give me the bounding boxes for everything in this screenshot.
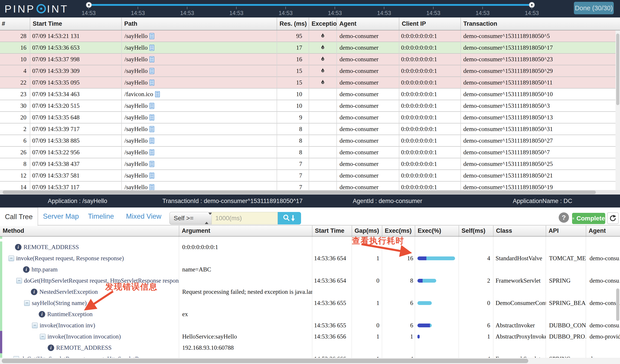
transaction-detail-icon[interactable] bbox=[150, 33, 154, 39]
call-tree-row[interactable]: −sayHello(String name)14:53:36 655160Dem… bbox=[0, 297, 620, 308]
transaction-row[interactable]: 1207/09 14:53:37 581/sayHello7demo-consu… bbox=[0, 170, 620, 182]
transaction-detail-icon[interactable] bbox=[150, 103, 154, 109]
collapse-icon[interactable]: − bbox=[9, 256, 14, 261]
txn-cell-start_time: 07/09 14:53:22 956 bbox=[30, 147, 122, 158]
tab-call-tree[interactable]: Call Tree bbox=[0, 207, 38, 226]
transaction-row[interactable]: 407/09 14:53:39 309/sayHello15demo-consu… bbox=[0, 65, 620, 77]
transaction-hscrollbar-thumb[interactable] bbox=[3, 190, 596, 194]
transaction-detail-icon[interactable] bbox=[150, 138, 154, 144]
txn-column-header-start_time[interactable]: Start Time bbox=[30, 18, 122, 30]
call-tree-row[interactable]: −doGet(HttpServletRequest request, HttpS… bbox=[0, 275, 620, 286]
collapse-icon[interactable]: − bbox=[40, 334, 46, 339]
ct-column-header-method[interactable]: Method bbox=[0, 226, 179, 236]
transaction-detail-icon[interactable] bbox=[150, 56, 154, 62]
complete-button[interactable]: Complete bbox=[572, 213, 605, 224]
txn-cell-agent: demo-consumer bbox=[337, 100, 399, 111]
txn-column-header-client_ip[interactable]: Client IP bbox=[399, 18, 461, 30]
tab-server-map[interactable]: Server Map bbox=[43, 207, 79, 225]
ct-cell-argument: 192.168.93.10:60788 bbox=[179, 342, 312, 353]
transaction-row[interactable]: 2607/09 14:53:22 956/sayHello8demo-consu… bbox=[0, 147, 620, 158]
call-tree-row[interactable]: iNestedServletExceptionRequest processin… bbox=[0, 286, 620, 297]
transaction-row[interactable]: 2207/09 14:53:35 095/sayHello15demo-cons… bbox=[0, 77, 620, 88]
transaction-row[interactable]: 2307/09 14:53:34 463/favicon.ico10demo-c… bbox=[0, 88, 620, 100]
call-tree-row[interactable]: ihttp.paramname=ABC bbox=[0, 264, 620, 275]
call-tree-row[interactable]: −invoke(Invocation inv)14:53:36 655066Ab… bbox=[0, 320, 620, 331]
transaction-detail-icon[interactable] bbox=[150, 68, 154, 74]
call-tree-row[interactable]: iREMOTE_ADDRESS0:0:0:0:0:0:0:1 bbox=[0, 241, 620, 253]
transaction-row[interactable]: 607/09 14:53:38 885/sayHello8demo-consum… bbox=[0, 135, 620, 147]
transaction-row[interactable]: 1007/09 14:53:37 998/sayHello16demo-cons… bbox=[0, 54, 620, 65]
transaction-table-body: 2807/09 14:53:21 131/sayHello95demo-cons… bbox=[0, 30, 620, 190]
ct-cell-exec bbox=[382, 308, 415, 320]
transaction-row[interactable]: 1607/09 14:53:36 653/sayHello17demo-cons… bbox=[0, 42, 620, 54]
info-icon: i bbox=[15, 244, 21, 250]
ct-cell-self bbox=[459, 241, 493, 253]
txn-cell-client_ip: 0:0:0:0:0:0:0:1 bbox=[399, 170, 461, 181]
call-tree-row[interactable]: −invoke(Request request, Response respon… bbox=[0, 253, 620, 264]
filter-select[interactable]: Self >= bbox=[170, 212, 212, 224]
done-button[interactable]: Done (30/30) bbox=[574, 2, 614, 14]
transaction-detail-icon[interactable] bbox=[150, 115, 154, 120]
call-tree-row[interactable]: −doGet(HttpServletRequest request, HttpS… bbox=[0, 353, 620, 358]
call-tree-row[interactable]: iRuntimeExceptionex bbox=[0, 308, 620, 320]
transaction-vscrollbar-thumb[interactable] bbox=[616, 33, 619, 105]
txn-column-header-res[interactable]: Res. (ms)↓ bbox=[277, 18, 309, 30]
transaction-detail-icon[interactable] bbox=[150, 184, 154, 190]
filter-threshold-input[interactable] bbox=[212, 212, 278, 224]
transaction-detail-icon[interactable] bbox=[150, 80, 154, 86]
txn-column-header-agent[interactable]: Agent bbox=[337, 18, 399, 30]
column-divider bbox=[459, 226, 459, 236]
collapse-icon[interactable]: − bbox=[24, 300, 30, 306]
txn-column-header-exception[interactable]: Exception bbox=[309, 18, 337, 30]
ct-column-header-api[interactable]: API bbox=[546, 226, 586, 236]
ct-column-header-self[interactable]: Self(ms) bbox=[459, 226, 493, 236]
ct-column-header-argument[interactable]: Argument bbox=[179, 226, 312, 236]
transaction-row[interactable]: 207/09 14:53:39 717/sayHello8demo-consum… bbox=[0, 123, 620, 135]
transaction-detail-icon[interactable] bbox=[150, 126, 154, 132]
ct-cell-self bbox=[459, 286, 493, 297]
collapse-icon[interactable]: − bbox=[16, 278, 22, 284]
transaction-detail-icon[interactable] bbox=[150, 149, 154, 155]
transaction-detail-icon[interactable] bbox=[155, 91, 160, 97]
transaction-row[interactable]: 807/09 14:53:38 437/sayHello7demo-consum… bbox=[0, 158, 620, 170]
timeline-track[interactable] bbox=[89, 4, 532, 6]
call-tree-row[interactable]: iREMOTE_ADDRESS192.168.93.10:60788 bbox=[0, 342, 620, 353]
transaction-row[interactable]: 2007/09 14:53:35 648/sayHello9demo-consu… bbox=[0, 112, 620, 123]
open-in-new-window-button[interactable] bbox=[607, 212, 619, 224]
transaction-detail-icon[interactable] bbox=[150, 161, 154, 167]
help-icon[interactable]: ? bbox=[559, 212, 569, 223]
txn-column-header-path[interactable]: Path bbox=[122, 18, 277, 30]
transaction-row[interactable]: 2807/09 14:53:21 131/sayHello95demo-cons… bbox=[0, 30, 620, 42]
ct-cell-agent: demo-consu… bbox=[586, 297, 620, 308]
txn-column-header-transaction[interactable]: Transaction bbox=[461, 18, 620, 30]
ct-cell-argument: 0:0:0:0:0:0:0:1 bbox=[179, 241, 312, 253]
transaction-row[interactable]: 1407/09 14:53:37 117/sayHello7demo-consu… bbox=[0, 182, 620, 190]
transaction-hscrollbar[interactable] bbox=[0, 190, 620, 194]
info-icon: i bbox=[39, 311, 45, 318]
call-tree-hscrollbar[interactable] bbox=[0, 358, 620, 364]
transaction-row[interactable]: 3007/09 14:53:20 515/sayHello10demo-cons… bbox=[0, 100, 620, 112]
ct-column-header-start_time[interactable]: Start Time bbox=[312, 226, 352, 236]
ct-column-header-gap[interactable]: Gap(ms) bbox=[352, 226, 382, 236]
ct-column-header-exec[interactable]: Exec(ms) bbox=[382, 226, 415, 236]
ct-cell-self bbox=[459, 236, 493, 239]
call-tree-vscrollbar-thumb[interactable] bbox=[616, 289, 619, 321]
filter-search-button[interactable] bbox=[278, 212, 301, 224]
collapse-icon[interactable]: − bbox=[14, 356, 19, 358]
call-tree-row[interactable]: ihttp.status.code200 bbox=[0, 236, 620, 239]
call-tree-hscrollbar-thumb[interactable] bbox=[2, 359, 528, 363]
collapse-icon[interactable]: − bbox=[32, 323, 38, 328]
tab-timeline[interactable]: Timeline bbox=[88, 207, 114, 225]
txn-column-header-num[interactable]: # bbox=[0, 18, 30, 30]
call-tree-row[interactable]: −invoke(Invocation invocation)HelloServi… bbox=[0, 331, 620, 342]
ct-column-header-exec_bar[interactable]: Exec(%) bbox=[415, 226, 459, 236]
txn-cell-transaction: demo-consumer^1531118918050^13 bbox=[461, 112, 620, 123]
ct-column-header-agent[interactable]: Agent bbox=[586, 226, 620, 236]
tab-mixed-view[interactable]: Mixed View bbox=[126, 207, 161, 225]
transaction-detail-icon[interactable] bbox=[150, 173, 154, 179]
transaction-detail-icon[interactable] bbox=[150, 45, 154, 51]
ct-column-header-class[interactable]: Class bbox=[493, 226, 546, 236]
txn-cell-exception bbox=[309, 112, 337, 123]
txn-path-text: /sayHello bbox=[124, 68, 148, 74]
timeline-handle-left[interactable] bbox=[86, 2, 92, 8]
